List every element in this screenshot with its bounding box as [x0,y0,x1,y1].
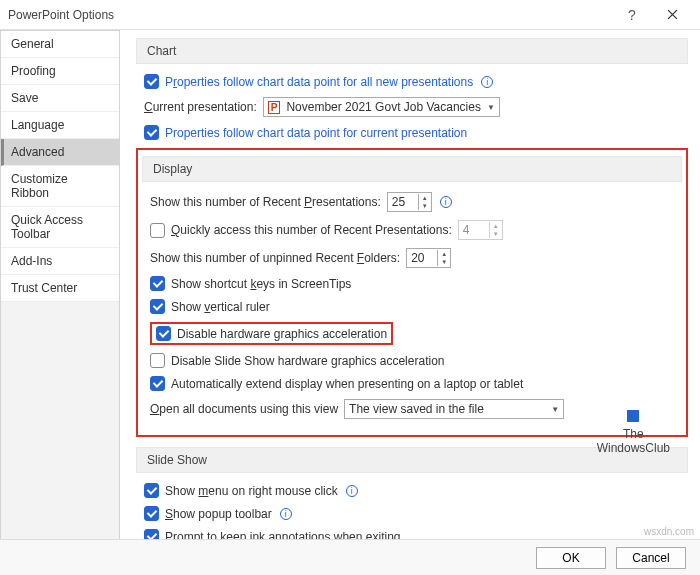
open-docs-select[interactable]: The view saved in the file ▼ [344,399,564,419]
sidebar-item-qat[interactable]: Quick Access Toolbar [1,207,119,248]
autoextend-checkbox[interactable] [150,376,165,391]
powerpoint-icon: P [268,101,281,114]
unpinned-folders-spinner[interactable]: 20▲▼ [406,248,451,268]
current-presentation-value: November 2021 Govt Job Vacancies [286,100,481,114]
chart-props-current-label: Properties follow chart data point for c… [165,126,467,140]
disable-slide-hw-checkbox[interactable] [150,353,165,368]
close-button[interactable] [652,1,692,29]
quick-access-label: Quickly access this number of Recent Pre… [171,223,452,237]
window-title: PowerPoint Options [8,8,612,22]
shortcut-keys-checkbox[interactable] [150,276,165,291]
current-presentation-select[interactable]: P November 2021 Govt Job Vacancies ▼ [263,97,500,117]
help-button[interactable]: ? [612,1,652,29]
unpinned-folders-label: Show this number of unpinned Recent Fold… [150,251,400,265]
logo-square-icon [627,410,639,422]
close-icon [667,9,678,20]
sidebar-item-customize-ribbon[interactable]: Customize Ribbon [1,166,119,207]
quick-access-spinner: 4▲▼ [458,220,503,240]
disable-hw-checkbox[interactable] [156,326,171,341]
vertical-ruler-label: Show vertical ruler [171,300,270,314]
shortcut-keys-label: Show shortcut keys in ScreenTips [171,277,351,291]
sidebar: General Proofing Save Language Advanced … [0,30,120,539]
autoextend-label: Automatically extend display when presen… [171,377,523,391]
main-panel: Chart Properties follow chart data point… [120,30,700,539]
titlebar: PowerPoint Options ? [0,0,700,30]
chart-props-all-checkbox[interactable] [144,74,159,89]
ok-button[interactable]: OK [536,547,606,569]
chevron-down-icon: ▼ [551,405,559,414]
dialog-footer: OK Cancel [0,539,700,575]
info-icon[interactable]: i [346,485,358,497]
open-docs-label: Open all documents using this view [150,402,338,416]
disable-slide-hw-label: Disable Slide Show hardware graphics acc… [171,354,444,368]
menu-rightclick-checkbox[interactable] [144,483,159,498]
section-display: Display [142,156,682,182]
disable-hw-label: Disable hardware graphics acceleration [177,327,387,341]
current-presentation-label: Current presentation: [144,100,257,114]
display-highlight-box: Display Show this number of Recent Prese… [136,148,688,437]
watermark: wsxdn.com [644,526,694,537]
info-icon[interactable]: i [280,508,292,520]
popup-toolbar-checkbox[interactable] [144,506,159,521]
sidebar-item-proofing[interactable]: Proofing [1,58,119,85]
info-icon[interactable]: i [481,76,493,88]
windowsclub-logo: The WindowsClub [597,410,670,455]
sidebar-item-advanced[interactable]: Advanced [1,139,119,166]
chevron-down-icon: ▼ [487,103,495,112]
popup-toolbar-label: Show popup toolbar [165,507,272,521]
vertical-ruler-checkbox[interactable] [150,299,165,314]
sidebar-item-save[interactable]: Save [1,85,119,112]
sidebar-item-trust-center[interactable]: Trust Center [1,275,119,302]
disable-hw-highlight: Disable hardware graphics acceleration [150,322,393,345]
sidebar-item-general[interactable]: General [1,31,119,58]
quick-access-checkbox[interactable] [150,223,165,238]
chart-props-all-label: Properties follow chart data point for a… [165,75,473,89]
info-icon[interactable]: i [440,196,452,208]
recent-pres-label: Show this number of Recent Presentations… [150,195,381,209]
sidebar-item-language[interactable]: Language [1,112,119,139]
recent-pres-spinner[interactable]: 25▲▼ [387,192,432,212]
cancel-button[interactable]: Cancel [616,547,686,569]
open-docs-value: The view saved in the file [349,402,484,416]
sidebar-item-addins[interactable]: Add-Ins [1,248,119,275]
menu-rightclick-label: Show menu on right mouse click [165,484,338,498]
keep-ink-checkbox[interactable] [144,529,159,539]
chart-props-current-checkbox[interactable] [144,125,159,140]
section-chart: Chart [136,38,688,64]
keep-ink-label: Prompt to keep ink annotations when exit… [165,530,400,540]
